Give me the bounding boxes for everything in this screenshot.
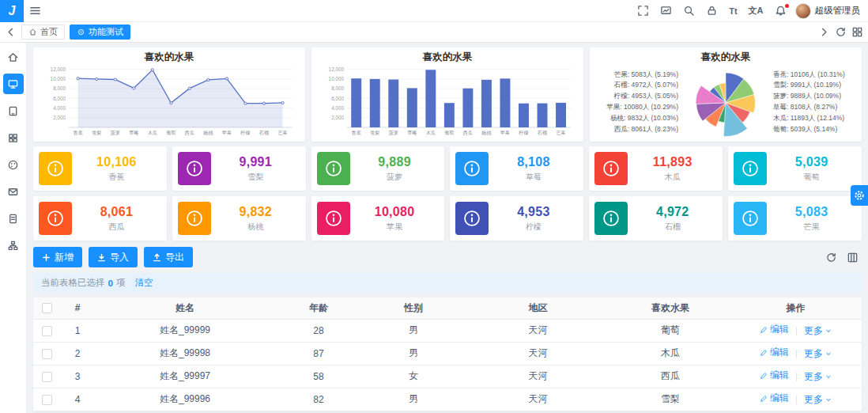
sidebar-item-messages[interactable] (3, 181, 24, 202)
more-link[interactable]: 更多 (804, 324, 832, 338)
import-button[interactable]: 导入 (89, 247, 138, 267)
stat-value: 11,893 (628, 155, 717, 169)
pie-chart-title: 喜欢的水果 (594, 51, 857, 64)
pie-labels-right: 香蕉: 10106人 (10.31%)雪梨: 9991人 (10.19%)菠萝:… (773, 70, 857, 135)
sidebar-item-docs[interactable] (3, 100, 24, 121)
add-button[interactable]: 新增 (33, 247, 82, 267)
table-cell: 天河 (465, 388, 611, 411)
theme-settings-button[interactable] (851, 185, 868, 206)
svg-text:菠萝: 菠萝 (389, 130, 399, 136)
stat-label: 石榴 (628, 222, 717, 233)
table-cell: 葡萄 (611, 319, 730, 342)
tabs-scroll-left-button[interactable] (5, 26, 17, 38)
tabs-refresh-button[interactable] (835, 26, 847, 38)
stat-value: 8,061 (72, 205, 161, 219)
sidebar-item-org[interactable] (3, 235, 24, 256)
edit-link[interactable]: 编辑 (760, 369, 789, 382)
user-menu[interactable]: 超级管理员 (795, 3, 861, 19)
stat-value: 9,832 (211, 205, 300, 219)
stat-card-7: 8,061 西瓜 (33, 196, 167, 241)
more-link[interactable]: 更多 (804, 347, 832, 361)
stat-value: 10,106 (72, 155, 161, 169)
row-checkbox[interactable] (42, 326, 52, 336)
stat-body: 5,039 葡萄 (767, 155, 856, 183)
font-size-icon: Tt (729, 6, 737, 16)
tab-function-test[interactable]: 功能测试 (70, 25, 130, 40)
avatar[interactable] (795, 3, 811, 19)
row-checkbox[interactable] (42, 349, 52, 359)
pie-chart-panel: 喜欢的水果 芒果: 5083人 (5.19%)石榴: 4972人 (5.07%)… (590, 47, 862, 142)
more-link[interactable]: 更多 (804, 370, 832, 384)
stat-label: 草莓 (489, 172, 578, 183)
row-checkbox[interactable] (42, 372, 52, 382)
pie-label: 菠萝: 9889人 (10.09%) (773, 91, 857, 102)
svg-text:芒果: 芒果 (277, 130, 287, 135)
refresh-table-button[interactable] (825, 252, 837, 263)
pie-label: 葡萄: 5039人 (5.14%) (773, 124, 857, 135)
sidebar-item-home[interactable] (3, 47, 24, 67)
tab-home[interactable]: 首页 (21, 25, 65, 40)
fullscreen-button[interactable] (632, 0, 655, 22)
search-button[interactable] (677, 0, 700, 22)
stat-label: 柠檬 (489, 222, 578, 233)
translate-icon: 文A (749, 5, 764, 17)
stat-label: 苹果 (350, 222, 440, 233)
table-row: 2姓名_9999887男天河木瓜 编辑更多 (33, 342, 862, 365)
stat-card-8: 9,832 杨桃 (172, 196, 306, 241)
select-all-checkbox[interactable] (42, 303, 52, 313)
column-header: 操作 (730, 297, 862, 319)
stat-card-9: 10,080 苹果 (311, 196, 445, 241)
stat-value: 9,889 (350, 155, 440, 169)
actions-cell: 编辑更多 (730, 319, 862, 342)
mail-icon (7, 186, 19, 198)
selection-suffix: 项 (116, 277, 126, 289)
lock-screen-button[interactable] (700, 0, 723, 22)
table-cell: 87 (275, 342, 362, 365)
font-size-button[interactable]: Tt (723, 0, 742, 22)
svg-text:草莓: 草莓 (407, 130, 417, 136)
export-button-label: 导出 (165, 251, 184, 264)
edit-link[interactable]: 编辑 (760, 392, 789, 405)
row-checkbox-cell (33, 388, 60, 411)
toolbar-right (825, 252, 862, 263)
plus-icon (42, 253, 51, 262)
table-cell: 天河 (465, 342, 611, 365)
sidebar-item-apps[interactable] (3, 127, 24, 148)
column-header: 喜欢水果 (611, 297, 730, 319)
stat-card-4: 8,108 草莓 (450, 146, 583, 191)
more-link[interactable]: 更多 (804, 393, 832, 407)
table-cell: 4 (60, 388, 95, 411)
bar-chart: 2,0004,0006,0008,00010,00012,000香蕉雪梨菠萝草莓… (316, 64, 579, 140)
column-settings-button[interactable] (847, 252, 859, 263)
stat-label: 西瓜 (72, 222, 161, 233)
svg-text:柠檬: 柠檬 (519, 130, 528, 135)
selection-count: 0 (108, 278, 113, 288)
pie-label: 西瓜: 8061人 (8.23%) (594, 124, 678, 135)
export-button[interactable]: 导出 (144, 247, 193, 267)
app-logo[interactable]: J (0, 0, 24, 22)
notifications-button[interactable] (769, 0, 792, 22)
menu-collapse-button[interactable] (24, 0, 47, 22)
data-table-container: #姓名年龄性别地区喜欢水果操作1姓名_9999928男天河葡萄 编辑更多 2姓名… (33, 297, 862, 411)
info-icon (734, 202, 767, 235)
stat-body: 10,080 苹果 (350, 205, 440, 233)
edit-link[interactable]: 编辑 (760, 346, 789, 359)
row-checkbox[interactable] (42, 395, 52, 405)
bar-chart-panel: 喜欢的水果 2,0004,0006,0008,00010,00012,000香蕉… (311, 47, 583, 142)
sidebar-item-forms[interactable] (3, 208, 24, 229)
username: 超级管理员 (815, 5, 861, 17)
refresh-icon (825, 252, 837, 263)
sidebar-item-active[interactable] (3, 74, 24, 94)
translate-button[interactable]: 文A (743, 0, 769, 22)
edit-link[interactable]: 编辑 (760, 323, 789, 336)
sidebar-item-theme[interactable] (3, 154, 24, 175)
table-cell: 西瓜 (611, 365, 730, 388)
pie-label: 草莓: 8108人 (8.27%) (773, 102, 857, 113)
clear-selection-link[interactable]: 清空 (134, 277, 153, 289)
table-cell: 天河 (465, 319, 611, 342)
tabs-fullscreen-button[interactable] (851, 26, 863, 38)
table-cell: 男 (362, 319, 465, 342)
dashboard-screen-button[interactable] (655, 0, 677, 22)
svg-text:12,000: 12,000 (329, 66, 345, 72)
tabs-scroll-right-button[interactable] (818, 26, 830, 38)
